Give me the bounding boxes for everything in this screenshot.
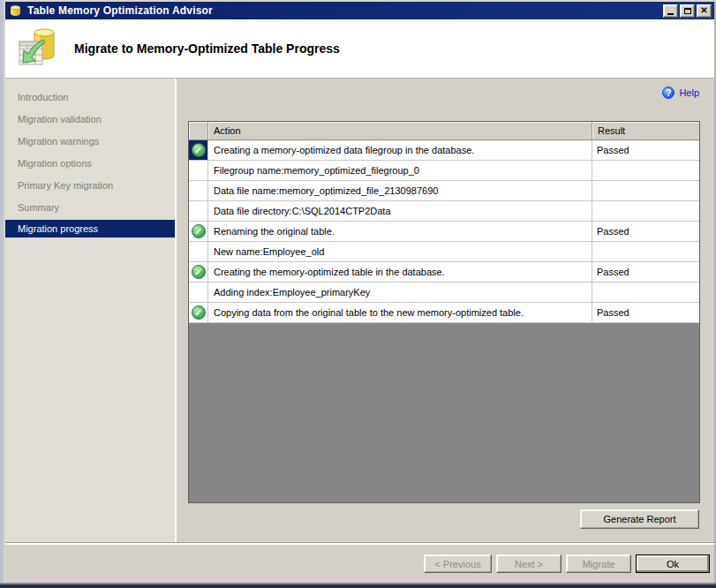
action-cell: Data file name:memory_optimized_file_213… [208, 181, 592, 200]
action-cell: New name:Employee_old [208, 242, 592, 261]
action-column-header[interactable]: Action [208, 122, 592, 139]
maximize-icon [684, 8, 691, 14]
sidebar: IntroductionMigration validationMigratio… [5, 79, 175, 542]
result-cell: Passed [592, 303, 699, 322]
help-label: Help [679, 87, 699, 98]
previous-button[interactable]: < Previous [424, 554, 492, 573]
minimize-button[interactable] [663, 4, 678, 18]
table-row[interactable]: Data file name:memory_optimized_file_213… [189, 181, 699, 201]
check-icon: ✓ [192, 305, 206, 320]
close-icon: ✕ [700, 6, 707, 15]
grid-rows: ✓Creating a memory-optimized data filegr… [189, 140, 699, 323]
migrate-table-icon [17, 27, 59, 70]
result-cell [592, 161, 699, 180]
dialog-window: Table Memory Optimization Advisor ✕ Migr… [4, 0, 716, 583]
table-row[interactable]: ✓Creating a memory-optimized data filegr… [189, 140, 699, 161]
window-bottom-edge [0, 584, 716, 588]
row-status-cell: ✓ [189, 303, 208, 322]
result-cell [592, 201, 699, 221]
footer-button-bar: < PreviousNext >MigrateOk [5, 545, 714, 583]
row-status-cell: ✓ [189, 140, 208, 160]
help-icon: ? [662, 87, 675, 99]
table-row[interactable]: ✓Copying data from the original table to… [189, 303, 699, 323]
table-row[interactable]: Adding index:Employee_primaryKey [189, 283, 699, 303]
result-cell [592, 283, 699, 302]
action-cell: Renaming the original table. [208, 222, 592, 241]
progress-grid: Action Result ✓Creating a memory-optimiz… [188, 121, 700, 503]
sidebar-item-primary-key-migration[interactable]: Primary Key migration [5, 174, 175, 196]
action-cell: Copying data from the original table to … [208, 303, 592, 322]
minimize-icon [667, 13, 674, 15]
result-column-header[interactable]: Result [592, 122, 699, 139]
maximize-button[interactable] [680, 4, 695, 18]
action-cell: Creating a memory-optimized data filegro… [208, 140, 592, 160]
result-cell: Passed [592, 140, 699, 160]
ok-button[interactable]: Ok [636, 554, 710, 573]
table-row[interactable]: New name:Employee_old [189, 242, 699, 262]
row-status-cell [189, 242, 208, 261]
wizard-header: Migrate to Memory-Optimized Table Progre… [5, 19, 714, 79]
row-status-cell: ✓ [189, 262, 208, 282]
migrate-button[interactable]: Migrate [566, 554, 631, 573]
table-row[interactable]: Filegroup name:memory_optimized_filegrou… [189, 161, 699, 181]
row-status-cell [189, 181, 208, 200]
sidebar-item-introduction[interactable]: Introduction [5, 86, 175, 108]
row-status-cell [189, 201, 208, 221]
row-status-cell [189, 283, 208, 302]
sidebar-item-migration-options[interactable]: Migration options [5, 152, 175, 174]
page-title: Migrate to Memory-Optimized Table Progre… [74, 41, 340, 56]
grid-filler [189, 323, 699, 502]
sidebar-item-summary[interactable]: Summary [5, 196, 175, 218]
titlebar[interactable]: Table Memory Optimization Advisor ✕ [5, 2, 714, 19]
database-icon [10, 4, 22, 18]
main-area: IntroductionMigration validationMigratio… [5, 79, 714, 542]
check-icon: ✓ [192, 224, 206, 238]
icon-column-header [189, 122, 208, 139]
sidebar-item-migration-validation[interactable]: Migration validation [5, 108, 175, 130]
window-title: Table Memory Optimization Advisor [27, 4, 661, 17]
result-cell [592, 181, 699, 200]
action-cell: Filegroup name:memory_optimized_filegrou… [208, 161, 592, 180]
grid-header-row: Action Result [189, 122, 699, 140]
result-cell: Passed [592, 222, 699, 241]
check-icon: ✓ [192, 143, 206, 157]
sidebar-item-migration-progress[interactable]: Migration progress [5, 220, 175, 237]
close-button[interactable]: ✕ [697, 4, 712, 18]
result-cell: Passed [592, 262, 699, 282]
action-cell: Adding index:Employee_primaryKey [208, 283, 592, 302]
result-cell [592, 242, 699, 261]
help-link[interactable]: ? Help [662, 87, 699, 99]
row-status-cell: ✓ [189, 222, 208, 241]
table-row[interactable]: Data file directory:C:\SQL2014CTP2Data [189, 201, 699, 222]
table-row[interactable]: ✓Renaming the original table.Passed [189, 222, 699, 242]
sidebar-item-migration-warnings[interactable]: Migration warnings [5, 130, 175, 152]
row-status-cell [189, 161, 208, 180]
generate-report-button[interactable]: Generate Report [580, 509, 699, 529]
next-button[interactable]: Next > [496, 554, 561, 573]
action-cell: Data file directory:C:\SQL2014CTP2Data [208, 201, 592, 221]
table-row[interactable]: ✓Creating the memory-optimized table in … [189, 262, 699, 283]
content-panel: ? Help Action Result ✓Creating a memory-… [177, 79, 714, 542]
check-icon: ✓ [192, 265, 206, 279]
action-cell: Creating the memory-optimized table in t… [208, 262, 592, 282]
